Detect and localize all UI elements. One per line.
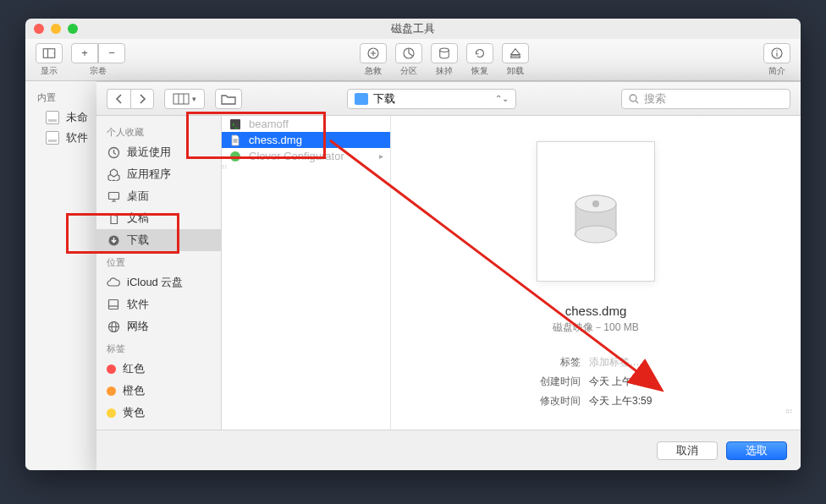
sidebar-item-applications[interactable]: 应用程序 [96, 163, 221, 185]
sidebar-item-label: 软件 [127, 297, 149, 312]
info-button[interactable] [763, 43, 790, 63]
picker-sidebar: 个人收藏 最近使用 应用程序 桌面 文稿 [96, 116, 222, 430]
sidebar-item-label: 应用程序 [127, 167, 171, 182]
erase-icon [437, 46, 452, 61]
chevron-updown-icon: ⌃⌄ [495, 94, 509, 103]
column-resize-handle[interactable]: ⠿ [222, 164, 227, 168]
choose-button[interactable]: 选取 [726, 441, 787, 460]
disk-icon [46, 111, 59, 124]
sidebar-item-recent[interactable]: 最近使用 [96, 141, 221, 163]
info-label: 简介 [768, 65, 785, 77]
section-favorites: 个人收藏 [96, 121, 221, 141]
folder-icon [221, 93, 236, 105]
add-volume-button[interactable]: + [71, 43, 98, 63]
exec-icon: ›_ [229, 118, 242, 131]
partition-icon [401, 46, 416, 61]
svg-point-27 [575, 226, 616, 243]
meta-tags-label: 标签 [540, 355, 581, 370]
svg-rect-23 [234, 139, 238, 143]
display-label: 显示 [41, 65, 58, 77]
partition-label: 分区 [400, 65, 417, 77]
file-row-chess[interactable]: chess.dmg [222, 132, 390, 148]
sidebar-tag-red[interactable]: 红色 [96, 358, 221, 380]
file-row-clover[interactable]: Clover Configurator ▸ [222, 148, 390, 164]
tag-red-icon [107, 364, 116, 374]
restore-button[interactable] [466, 43, 493, 63]
svg-line-12 [636, 101, 638, 103]
columns-icon [173, 93, 190, 105]
download-icon [107, 233, 120, 247]
sidebar-item-label: iCloud 云盘 [127, 275, 183, 290]
disk-icon [46, 131, 59, 145]
erase-label: 抹掉 [436, 65, 453, 77]
search-placeholder: 搜索 [644, 91, 666, 107]
location-popup[interactable]: 下载 ⌃⌄ [347, 89, 516, 109]
group-button[interactable] [215, 89, 242, 109]
meta-created-value: 今天 上午3:43 [589, 375, 653, 389]
info-icon [769, 46, 785, 61]
sidebar-item-label: 文稿 [127, 211, 149, 226]
disk-utility-window: 磁盘工具 显示 + − 宗卷 急救 [25, 19, 801, 470]
app-green-icon [229, 150, 242, 163]
preview-subtitle: 磁盘映像－100 MB [553, 320, 638, 335]
sidebar-item-label: 网络 [127, 319, 149, 334]
back-button[interactable] [107, 89, 130, 109]
firstaid-label: 急救 [365, 65, 382, 77]
column-resize-handle[interactable]: ⠿ [787, 408, 792, 413]
forward-button[interactable] [130, 89, 154, 109]
preview-filename: chess.dmg [565, 304, 627, 318]
partition-button[interactable] [395, 43, 422, 63]
dmg-preview-icon [537, 141, 655, 282]
sidebar-item-network[interactable]: 网络 [96, 315, 221, 337]
sidebar-disk-label: 未命 [66, 110, 88, 125]
dmg-icon [229, 134, 242, 147]
erase-button[interactable] [431, 43, 458, 63]
sidebar-item-desktop[interactable]: 桌面 [96, 185, 221, 207]
sidebar-tag-yellow[interactable]: 黄色 [96, 402, 221, 424]
svg-point-7 [776, 50, 778, 52]
svg-point-24 [230, 151, 240, 162]
picker-toolbar: ▾ 下载 ⌃⌄ 搜索 [96, 82, 801, 116]
chevron-down-icon: ▾ [192, 95, 196, 103]
unmount-label: 卸载 [507, 65, 524, 77]
display-popup-button[interactable] [36, 43, 63, 63]
sidebar-tag-orange[interactable]: 橙色 [96, 380, 221, 402]
tag-label: 橙色 [123, 383, 145, 398]
unmount-button[interactable] [502, 43, 529, 63]
firstaid-button[interactable] [360, 43, 387, 63]
clock-icon [107, 145, 120, 159]
chevron-right-icon: ▸ [379, 151, 383, 161]
picker-footer: 取消 选取 [96, 430, 801, 470]
sidebar-item-documents[interactable]: 文稿 [96, 207, 221, 229]
file-label: Clover Configurator [249, 150, 344, 162]
view-mode-button[interactable]: ▾ [164, 89, 205, 109]
meta-tags-value[interactable]: 添加标签… [589, 355, 653, 370]
svg-rect-0 [43, 48, 55, 58]
chevron-right-icon [138, 94, 146, 104]
tag-label: 红色 [123, 361, 145, 376]
file-picker-sheet: ▾ 下载 ⌃⌄ 搜索 个人收藏 [96, 81, 801, 470]
sidebar-item-label: 最近使用 [127, 145, 171, 160]
remove-volume-button[interactable]: − [98, 43, 125, 63]
file-label: chess.dmg [249, 134, 302, 146]
tag-label: 黄色 [123, 405, 145, 420]
meta-modified-label: 修改时间 [540, 394, 581, 408]
restore-label: 恢复 [471, 65, 488, 77]
firstaid-icon [366, 46, 381, 61]
restore-icon [472, 46, 487, 61]
search-field[interactable]: 搜索 [621, 89, 790, 109]
search-icon [629, 94, 639, 104]
file-row-beamoff[interactable]: ›_ beamoff [222, 116, 390, 132]
sidebar-item-downloads[interactable]: 下载 [96, 229, 221, 251]
sidebar-item-software[interactable]: 软件 [96, 293, 221, 315]
file-list-column[interactable]: ›_ beamoff chess.dmg Clover Configurator… [222, 116, 391, 430]
file-label: beamoff [249, 118, 289, 130]
titlebar: 磁盘工具 [25, 19, 801, 39]
eject-icon [508, 46, 523, 61]
cancel-button[interactable]: 取消 [657, 441, 718, 460]
sidebar-disk-label: 软件 [66, 130, 88, 145]
tag-yellow-icon [107, 408, 116, 418]
sidebar-item-icloud[interactable]: iCloud 云盘 [96, 271, 221, 293]
network-icon [107, 320, 120, 333]
tag-orange-icon [107, 386, 116, 396]
